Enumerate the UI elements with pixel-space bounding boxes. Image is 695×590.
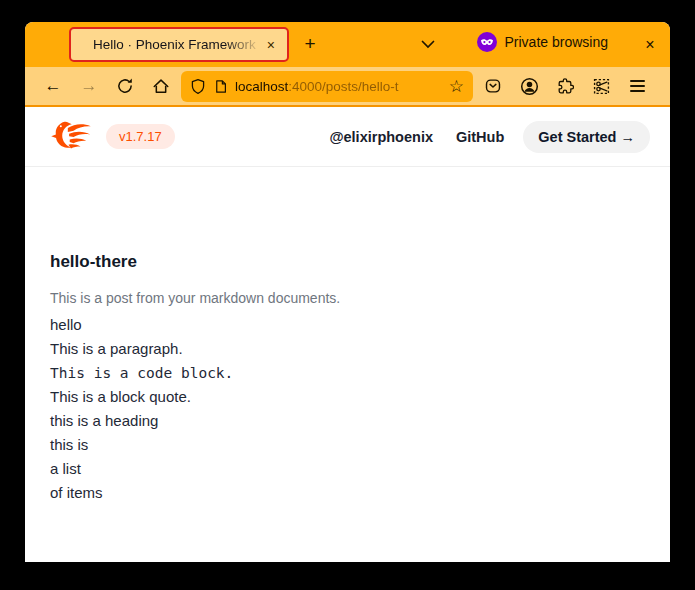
- account-icon[interactable]: [511, 70, 547, 102]
- get-started-button[interactable]: Get Started →: [523, 121, 650, 153]
- browser-tab[interactable]: Hello · Phoenix Framework ×: [69, 27, 289, 62]
- private-browsing-indicator: Private browsing: [477, 32, 609, 52]
- post-body: hello This is a paragraph. This is a cod…: [50, 313, 645, 505]
- page-content: v1.7.17 @elixirphoenix GitHub Get Starte…: [25, 107, 670, 560]
- url-path: :4000/posts/hello-t: [288, 79, 398, 94]
- site-information-page-icon[interactable]: [213, 78, 228, 95]
- screenshot-scissors-icon[interactable]: [583, 70, 619, 102]
- phoenix-logo-icon: [50, 120, 92, 154]
- navigation-toolbar: ← → localhost:4000/posts/hello-t ☆: [25, 67, 670, 107]
- url-text[interactable]: localhost:4000/posts/hello-t: [235, 79, 442, 94]
- version-badge: v1.7.17: [106, 124, 175, 149]
- post-line: of items: [50, 481, 645, 505]
- post-line: This is a paragraph.: [50, 337, 645, 361]
- private-mask-icon: [477, 32, 497, 52]
- post-line: this is a heading: [50, 409, 645, 433]
- post-line-code: This is a code block.: [50, 361, 645, 385]
- forward-button[interactable]: →: [71, 70, 107, 102]
- post-article: hello-there This is a post from your mar…: [25, 167, 670, 505]
- header-link-elixirphoenix[interactable]: @elixirphoenix: [329, 129, 433, 145]
- post-line: this is: [50, 433, 645, 457]
- menu-hamburger-icon[interactable]: [619, 70, 655, 102]
- window-close-icon[interactable]: ×: [636, 31, 664, 59]
- extensions-puzzle-icon[interactable]: [547, 70, 583, 102]
- site-header: v1.7.17 @elixirphoenix GitHub Get Starte…: [25, 107, 670, 167]
- post-line: hello: [50, 313, 645, 337]
- list-tabs-chevron-down-icon[interactable]: [413, 29, 443, 59]
- bookmark-star-icon[interactable]: ☆: [449, 76, 464, 97]
- url-bar[interactable]: localhost:4000/posts/hello-t ☆: [181, 71, 473, 102]
- browser-window: Hello · Phoenix Framework × + Private br…: [25, 22, 670, 562]
- tab-strip: Hello · Phoenix Framework × + Private br…: [25, 22, 670, 67]
- pocket-icon[interactable]: [475, 70, 511, 102]
- reload-button[interactable]: [107, 70, 143, 102]
- back-button[interactable]: ←: [35, 70, 71, 102]
- post-line: This is a block quote.: [50, 385, 645, 409]
- url-host: localhost: [235, 79, 288, 94]
- tracking-protection-shield-icon[interactable]: [190, 78, 206, 95]
- home-button[interactable]: [143, 70, 179, 102]
- tab-close-icon[interactable]: ×: [263, 36, 279, 54]
- new-tab-button[interactable]: +: [295, 29, 325, 59]
- header-link-github[interactable]: GitHub: [456, 129, 504, 145]
- post-title: hello-there: [50, 249, 645, 275]
- post-line: a list: [50, 457, 645, 481]
- private-browsing-label: Private browsing: [505, 34, 609, 50]
- tab-title: Hello · Phoenix Framework: [93, 37, 263, 52]
- post-subtitle: This is a post from your markdown docume…: [50, 288, 645, 308]
